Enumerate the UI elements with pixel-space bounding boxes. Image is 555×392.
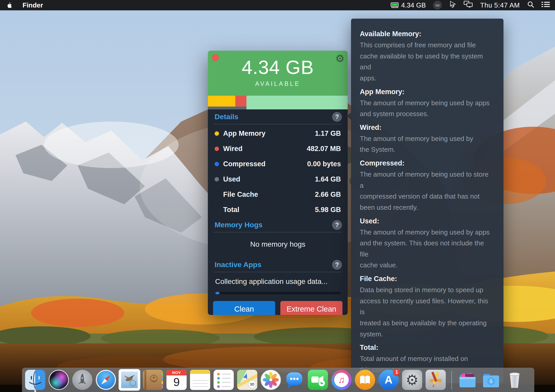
dock-siri-icon[interactable] xyxy=(49,370,69,390)
pencil-brush-ruler-glyph xyxy=(426,370,446,390)
detail-label: Wired xyxy=(223,145,243,153)
memory-status[interactable]: 4.34 GB xyxy=(391,1,426,9)
speech-bubble xyxy=(284,370,304,390)
dock-contacts-icon[interactable] xyxy=(143,370,163,390)
notification-center-icon[interactable] xyxy=(542,1,550,9)
appstore-letter: A xyxy=(385,374,392,386)
help-description: The amount of memory being used by apps … xyxy=(360,97,494,119)
detail-row: Used 1.64 GB xyxy=(215,172,341,187)
dock-trash-icon[interactable] xyxy=(505,370,525,390)
dock-divider xyxy=(451,371,452,389)
help-entry: Compressed: The amount of memory being u… xyxy=(360,159,494,213)
action-buttons: Clean Extreme Clean xyxy=(213,301,342,315)
help-term: Used: xyxy=(360,217,494,225)
dock-maps-icon[interactable]: 3D xyxy=(237,370,257,390)
details-title: Details xyxy=(215,113,238,121)
creative-cloud-icon[interactable]: ∞ xyxy=(433,1,442,10)
collecting-progress-bar xyxy=(215,292,341,294)
dock-ibooks-icon[interactable] xyxy=(355,370,375,390)
help-term: Total: xyxy=(360,344,494,352)
memory-usage-bar xyxy=(208,96,348,109)
maps-3d-badge: 3D xyxy=(248,380,256,388)
details-help-button[interactable]: ? xyxy=(332,112,342,122)
gear-glyph: ⚙ xyxy=(406,372,419,388)
dock-safari-icon[interactable] xyxy=(96,370,116,390)
photos-flower xyxy=(261,370,281,390)
help-term: Compressed: xyxy=(360,159,494,167)
dock-itunes-icon[interactable]: ♫ xyxy=(331,370,352,390)
detail-value: 0.00 bytes xyxy=(307,160,341,168)
compass-needle xyxy=(96,370,116,390)
help-term: Wired: xyxy=(360,124,494,132)
detail-row: Wired 482.07 MB xyxy=(215,141,341,156)
dock-reminders-icon[interactable] xyxy=(214,370,234,390)
memory-status-value: 4.34 GB xyxy=(401,1,426,9)
dock-finder-icon[interactable] xyxy=(25,370,45,390)
dock-documents-folder-icon[interactable] xyxy=(457,370,478,390)
help-entry: Wired: The amount of memory being used b… xyxy=(360,124,494,155)
eagle-glyph xyxy=(119,370,140,390)
memory-hogs-section-header: Memory Hogs ? xyxy=(213,217,343,232)
rocket-glyph xyxy=(72,370,92,390)
available-memory-label: AVAILABLE xyxy=(208,80,348,87)
legend-dot-icon xyxy=(215,162,219,166)
detail-label: App Memory xyxy=(223,130,266,138)
dock-notes-icon[interactable] xyxy=(190,370,210,390)
help-glyph: ? xyxy=(335,113,339,120)
dock-facetime-icon[interactable] xyxy=(308,370,328,390)
calendar-day: 9 xyxy=(166,375,187,389)
tooltip-arrow xyxy=(347,112,351,120)
dock-appstore-icon[interactable]: A 1 xyxy=(378,370,399,390)
memory-hogs-help-button[interactable]: ? xyxy=(332,220,342,230)
clean-button[interactable]: Clean xyxy=(213,301,275,315)
dock-downloads-folder-icon[interactable] xyxy=(481,370,501,390)
creative-cloud-glyph: ∞ xyxy=(435,2,440,9)
extreme-clean-button[interactable]: Extreme Clean xyxy=(280,301,342,315)
dock-photos-icon[interactable] xyxy=(261,370,281,390)
active-app-name[interactable]: Finder xyxy=(23,1,43,9)
available-memory-value: 4.34 GB xyxy=(208,51,348,78)
dock-mail-icon[interactable] xyxy=(119,370,140,390)
help-description: The amount of memory being used by apps … xyxy=(360,227,494,271)
video-camera-glyph xyxy=(308,370,328,390)
pointer-tool-icon[interactable] xyxy=(449,1,456,10)
dock-calendar-icon[interactable]: NOV 9 xyxy=(166,370,187,390)
dock-launchpad-icon[interactable] xyxy=(72,370,92,390)
finder-face xyxy=(25,370,45,390)
dock-design-tools-icon[interactable] xyxy=(426,370,446,390)
dock-system-preferences-icon[interactable]: ⚙ xyxy=(402,370,422,390)
spotlight-search-icon[interactable] xyxy=(527,1,534,10)
dock-messages-icon[interactable] xyxy=(284,370,304,390)
help-glyph: ? xyxy=(335,221,339,229)
inactive-apps-help-button[interactable]: ? xyxy=(332,260,342,270)
inactive-apps-section-header: Inactive Apps ? xyxy=(213,257,343,272)
memory-hogs-empty-message: No memory hogs xyxy=(213,232,343,257)
close-window-button[interactable] xyxy=(212,54,219,61)
pointer-arrow-icon xyxy=(449,1,456,8)
apple-icon xyxy=(7,2,12,9)
usage-segment-used-strip xyxy=(208,107,246,109)
help-description: The amount of memory being used to store… xyxy=(360,169,494,213)
help-term: App Memory: xyxy=(360,88,494,96)
help-description: The amount of memory being used by the S… xyxy=(360,133,494,155)
running-indicator xyxy=(34,390,36,392)
inactive-apps-title: Inactive Apps xyxy=(215,261,261,269)
window-header: ⚙ 4.34 GB AVAILABLE xyxy=(208,51,348,96)
detail-label: Compressed xyxy=(223,160,266,168)
music-note-glyph: ♫ xyxy=(331,370,352,390)
legend-dot-icon xyxy=(215,177,219,182)
displays-icon[interactable] xyxy=(464,1,473,10)
dock: NOV 9 3D xyxy=(22,368,534,392)
list-lines-icon xyxy=(542,1,550,7)
help-description: This comprises of free memory and file c… xyxy=(360,40,494,84)
trash-can-art xyxy=(505,370,525,390)
note-lines xyxy=(193,378,208,388)
contacts-book-art xyxy=(143,370,163,390)
menu-bar-clock[interactable]: Thu 5:47 AM xyxy=(480,1,520,9)
magnifier-icon xyxy=(527,1,534,8)
detail-value: 482.07 MB xyxy=(307,145,341,153)
detail-row: App Memory 1.17 GB xyxy=(215,126,341,141)
apple-menu[interactable] xyxy=(7,2,12,9)
help-tooltip-panel: Available Memory: This comprises of free… xyxy=(351,19,503,383)
settings-gear-icon[interactable]: ⚙ xyxy=(335,51,345,66)
